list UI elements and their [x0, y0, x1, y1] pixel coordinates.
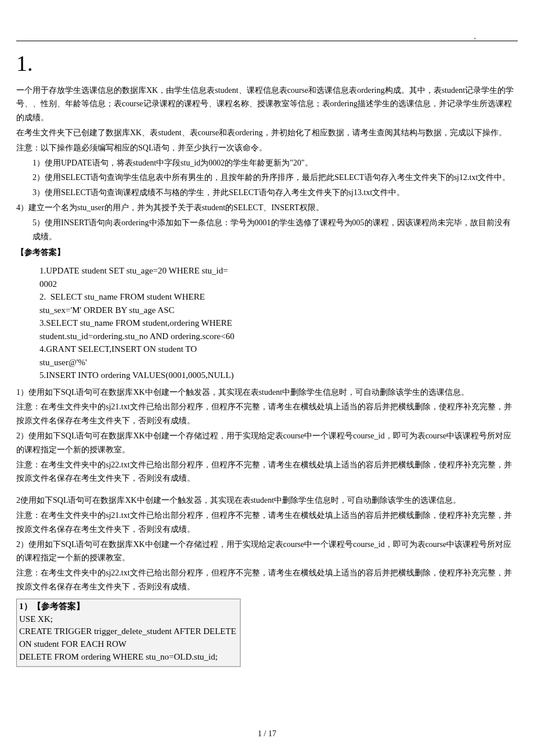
question-3: 3）使用SELECT语句查询课程成绩不与格的学生，并此SELECT语句存入考生文…	[16, 186, 518, 200]
paragraph-intro-2: 在考生文件夹下已创建了数据库XK、表student、表course和表order…	[16, 126, 518, 140]
section-number: 1.	[16, 45, 33, 82]
spacer	[16, 487, 518, 494]
question-1: 1）使用UPDATE语句，将表student中字段stu_id为0002的学生年…	[16, 156, 518, 170]
block2-q2: 2）使用如下SQL语句可在数据库XK中创建一个存储过程，用于实现给定表cours…	[16, 429, 518, 457]
answer-code-block-1: 1.UPDATE student SET stu_age=20 WHERE st…	[16, 261, 518, 386]
block2-note1: 注意：在考生文件夹中的sj21.txt文件已给出部分程序，但程序不完整，请考生在…	[16, 400, 518, 428]
paragraph-intro-1: 一个用于存放学生选课信息的数据库XK，由学生信息表student、课程信息表co…	[16, 84, 518, 125]
answer-label-1: 【参考答案】	[16, 246, 518, 260]
block3-note2: 注意：在考生文件夹中的sj22.txt文件已给出部分程序，但程序不完整，请考生在…	[16, 566, 518, 594]
paragraph-notice: 注意：以下操作题必须编写相应的SQL语句，并至少执行一次该命令。	[16, 141, 518, 155]
question-5: 5）使用INSERT语句向表ordering中添加如下一条信息：学号为0001的…	[16, 216, 518, 244]
question-2: 2）使用SELECT语句查询学生信息表中所有男生的，且按年龄的升序排序，最后把此…	[16, 171, 518, 185]
boxed-answer-body: USE XK; CREATE TRIGGER trigger_delete_st…	[19, 614, 236, 661]
boxed-answer-header: 1）【参考答案】	[19, 602, 85, 611]
header-mark: ·	[474, 32, 477, 46]
block3-note1: 注意：在考生文件夹中的sj21.txt文件已给出部分程序，但程序不完整，请考生在…	[16, 509, 518, 537]
boxed-answer: 1）【参考答案】 USE XK; CREATE TRIGGER trigger_…	[16, 599, 241, 667]
block3-q1: 2使用如下SQL语句可在数据库XK中创建一个触发器，其实现在表student中删…	[16, 494, 518, 507]
block2-note2: 注意：在考生文件夹中的sj22.txt文件已给出部分程序，但程序不完整，请考生在…	[16, 458, 518, 486]
page-number: 1 / 17	[0, 727, 534, 741]
block3-q2: 2）使用如下SQL语句可在数据库XK中创建一个存储过程，用于实现给定表cours…	[16, 538, 518, 566]
top-horizontal-rule	[16, 41, 518, 41]
block2-q1: 1）使用如下SQL语句可在数据库XK中创建一个触发器，其实现在表student中…	[16, 386, 518, 399]
question-4: 4）建立一个名为stu_user的用户，并为其授予关于表student的SELE…	[16, 201, 518, 215]
